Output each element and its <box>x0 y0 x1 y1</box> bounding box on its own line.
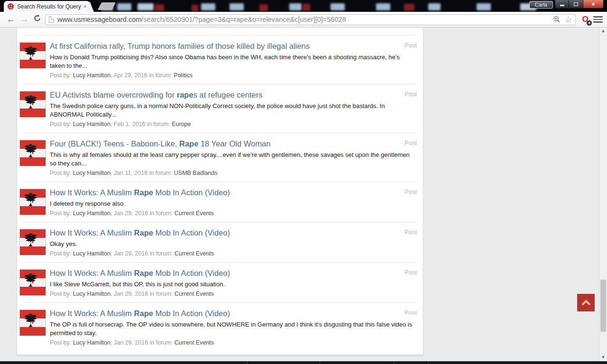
background-window-thumbnail <box>428 3 441 10</box>
result-author[interactable]: Lucy Hamilton <box>73 170 110 176</box>
background-window-thumbnail <box>259 4 268 11</box>
site-favicon-icon <box>7 3 14 10</box>
eagle-emblem-icon <box>22 191 43 212</box>
eagle-emblem-icon <box>22 272 43 293</box>
result-snippet: This is why all females should at the le… <box>50 151 418 168</box>
result-forum[interactable]: Current Events <box>175 250 214 257</box>
result-forum[interactable]: Current Events <box>175 291 214 297</box>
result-forum[interactable]: Current Events <box>175 339 214 346</box>
in-forum-label: in forum: <box>149 72 172 79</box>
windows-taskbar[interactable] <box>0 361 607 364</box>
result-forum[interactable]: Europe <box>172 121 191 127</box>
result-meta: Post by: Lucy Hamilton, Jan 29, 2016 in … <box>50 290 418 298</box>
user-avatar[interactable] <box>19 91 46 118</box>
back-button[interactable]: ← <box>4 13 18 26</box>
search-result-row: How It Works: A Muslim Rape Mob In Actio… <box>17 263 423 302</box>
post-by-label: Post by: <box>50 170 71 176</box>
background-window-thumbnail <box>192 5 198 12</box>
scrollbar-up-arrow[interactable]: ▲ <box>599 27 607 35</box>
search-result-row: EU Activists blame overcrowding for rape… <box>17 84 423 133</box>
post-by-label: Post by: <box>50 72 71 79</box>
search-result-row: At first California rally, Trump honors … <box>17 36 423 84</box>
in-forum-label: in forum: <box>149 170 173 176</box>
eagle-emblem-icon <box>22 232 43 253</box>
background-window-thumbnail <box>201 3 215 10</box>
result-title-link[interactable]: Four (BLACK!) Teens - Baboon-Like, Rape … <box>50 138 418 149</box>
result-author[interactable]: Lucy Hamilton <box>73 291 110 297</box>
user-avatar[interactable] <box>19 140 46 166</box>
result-forum[interactable]: Current Events <box>175 210 214 217</box>
eagle-emblem-icon <box>22 94 43 115</box>
user-avatar[interactable] <box>19 42 46 69</box>
result-author[interactable]: Lucy Hamilton <box>73 72 110 79</box>
menu-icon[interactable] <box>593 16 603 23</box>
browser-tab[interactable]: Search Results for Query: × <box>4 1 90 12</box>
search-result-row: How It Works: A Muslim Rape Mob In Actio… <box>17 222 423 262</box>
background-window-thumbnail <box>303 4 310 11</box>
background-window-thumbnail <box>331 3 345 10</box>
result-title-link[interactable]: How It Works: A Muslim Rape Mob In Actio… <box>50 228 418 238</box>
tab-close-icon[interactable]: × <box>83 3 87 9</box>
result-title-link[interactable]: How It Works: A Muslim Rape Mob In Actio… <box>50 187 418 198</box>
result-date: Jan 29, 2016 <box>114 210 150 217</box>
scrollbar-thumb[interactable] <box>600 280 606 332</box>
result-author[interactable]: Lucy Hamilton <box>73 339 110 346</box>
bookmark-star-icon[interactable]: ☆ <box>565 16 572 24</box>
zoom-in-icon[interactable] <box>553 16 561 23</box>
forward-button[interactable]: → <box>18 13 31 26</box>
post-by-label: Post by: <box>50 121 71 127</box>
result-forum[interactable]: Politics <box>174 72 193 79</box>
eagle-emblem-icon <box>22 143 43 164</box>
result-title-link[interactable]: How It Works: A Muslim Rape Mob In Actio… <box>50 308 418 318</box>
user-avatar[interactable] <box>19 189 46 215</box>
result-forum[interactable]: USMB Badlands <box>174 170 218 176</box>
eagle-emblem-icon <box>22 45 43 66</box>
user-avatar[interactable] <box>19 269 46 296</box>
reload-button[interactable] <box>31 13 43 26</box>
result-title-link[interactable]: How It Works: A Muslim Rape Mob In Actio… <box>50 268 418 278</box>
result-title-link[interactable]: EU Activists blame overcrowding for rape… <box>50 90 418 100</box>
close-button[interactable]: × <box>583 0 604 9</box>
search-results-panel: At first California rally, Trump honors … <box>17 27 423 356</box>
page-scrollbar[interactable]: ▲ ▼ <box>599 27 607 361</box>
result-meta: Post by: Lucy Hamilton, Jan 29, 2016 in … <box>50 209 418 218</box>
background-window-thumbnail <box>404 4 414 11</box>
result-snippet: How is Donald Trump politicising this? A… <box>50 53 418 70</box>
next-page-button[interactable]: Next > <box>394 356 416 356</box>
result-author[interactable]: Lucy Hamilton <box>73 210 110 217</box>
results-list: At first California rally, Trump honors … <box>17 35 423 351</box>
profile-button[interactable]: Carla <box>529 1 553 9</box>
result-type-label: Post <box>405 91 417 98</box>
result-date: Jan 11, 2016 <box>114 170 149 176</box>
reload-icon <box>33 14 41 22</box>
result-snippet: Okay yes. <box>50 240 418 248</box>
url-text[interactable]: www.usmessageboard.com/search/6520901/?p… <box>57 16 550 23</box>
result-snippet: I like Steve McGarrett, but this OP, thi… <box>50 280 418 289</box>
minimize-button[interactable] <box>555 0 569 9</box>
user-avatar[interactable] <box>19 229 46 255</box>
maximize-button[interactable] <box>569 0 583 9</box>
result-meta: Post by: Lucy Hamilton, Jan 11, 2016 in … <box>50 169 418 177</box>
extension-icon[interactable]: O4 <box>579 15 591 24</box>
scrollbar-down-arrow[interactable]: ▼ <box>599 354 607 361</box>
user-avatar[interactable] <box>19 309 46 336</box>
browser-window: Search Results for Query: × Carla × ← → … <box>0 0 607 364</box>
result-type-label: Post <box>405 309 417 316</box>
result-type-label: Post <box>405 139 417 146</box>
result-title-link[interactable]: At first California rally, Trump honors … <box>50 41 418 51</box>
background-window-thumbnail <box>477 3 491 10</box>
address-bar[interactable]: www.usmessageboard.com/search/6520901/?p… <box>45 14 576 25</box>
scroll-to-top-button[interactable] <box>577 294 595 311</box>
result-meta: Post by: Lucy Hamilton, Apr 29, 2016 in … <box>50 72 418 80</box>
background-window-thumbnail <box>289 3 302 10</box>
result-author[interactable]: Lucy Hamilton <box>73 121 110 127</box>
background-window-thumbnail <box>155 4 164 11</box>
search-result-row: Four (BLACK!) Teens - Baboon-Like, Rape … <box>17 133 423 182</box>
result-snippet: I deleted my response also. <box>50 200 418 208</box>
result-type-label: Post <box>405 269 417 276</box>
result-date: Jan 29, 2016 <box>114 339 150 346</box>
result-author[interactable]: Lucy Hamilton <box>73 250 110 257</box>
in-forum-label: in forum: <box>147 121 170 127</box>
post-by-label: Post by: <box>50 210 71 217</box>
result-meta: Post by: Lucy Hamilton, Jan 29, 2016 in … <box>50 339 418 347</box>
